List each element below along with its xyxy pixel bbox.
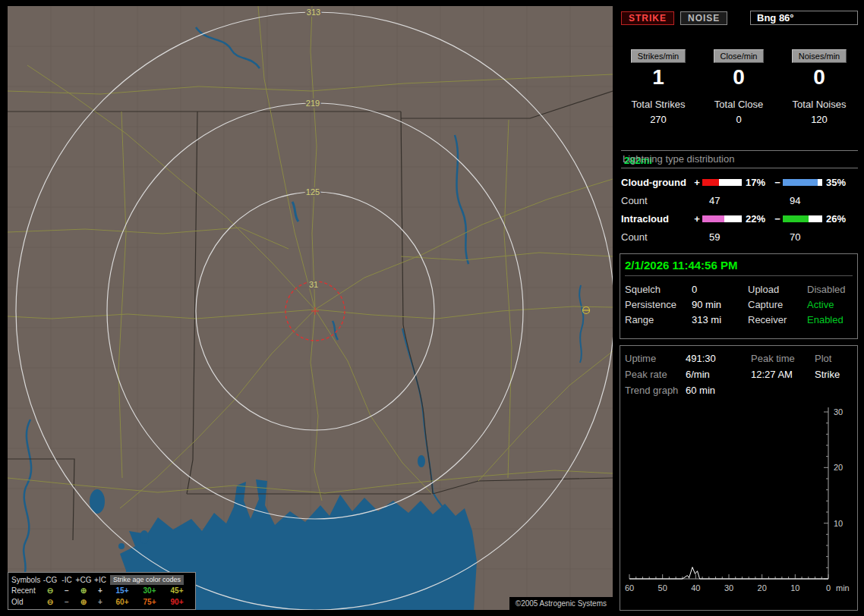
- strikes-per-min-value: 1: [652, 65, 664, 90]
- receiver-label: Receiver: [748, 314, 807, 325]
- range-ring-label-313: 313: [307, 8, 320, 17]
- range-value: 313 mi: [692, 314, 748, 325]
- cg-negative-bar: [783, 179, 822, 186]
- ic-count-label: Count: [621, 231, 692, 243]
- age-code-30: 30+: [136, 586, 163, 595]
- svg-text:10: 10: [790, 583, 799, 592]
- age-code-45: 45+: [163, 586, 191, 595]
- cloud-ground-label: Cloud-ground: [621, 177, 692, 188]
- cloud-ground-row: Cloud-ground + 17% − 35%: [621, 173, 858, 191]
- strike-mode-button[interactable]: STRIKE: [621, 11, 674, 25]
- status-row: Range 313 mi Receiver Enabled: [625, 312, 853, 327]
- datetime-display: 2/1/2026 11:44:56 PM: [625, 259, 853, 276]
- total-noises-label: Total Noises: [793, 99, 847, 110]
- legend-recent-label: Recent: [11, 586, 42, 595]
- svg-text:10: 10: [834, 519, 843, 528]
- display-mode-controls: STRIKE NOISE Bng 86° 282mi: [621, 11, 858, 25]
- legend-header-row: Symbols -CG -IC +CG +IC Strike age color…: [11, 574, 192, 585]
- total-close: Total Close 0: [714, 99, 763, 125]
- peak-rate-label: Peak rate: [625, 369, 686, 380]
- ic-negative-bar-fill: [783, 215, 809, 222]
- legend-old-row: Old ⊖ − ⊕ + 60+ 75+ 90+: [11, 597, 192, 608]
- old-pos-cg-icon: ⊕: [75, 598, 92, 606]
- upload-label: Upload: [748, 284, 807, 295]
- intracloud-label: Intracloud: [621, 213, 692, 225]
- recent-neg-cg-icon: ⊖: [42, 586, 58, 595]
- age-code-60: 60+: [109, 598, 136, 606]
- rate-headers: Strikes/min Close/min Noises/min: [618, 49, 859, 63]
- legend-col-pos-cg: +CG: [75, 576, 92, 584]
- total-noises-value: 120: [811, 114, 828, 125]
- copyright-text: ©2005 Astrogenic Systems: [509, 597, 613, 610]
- status-panel: STRIKE NOISE Bng 86° 282mi Strikes/min C…: [618, 6, 859, 611]
- svg-text:50: 50: [658, 583, 667, 592]
- stats-row: Trend graph 60 min: [625, 382, 853, 398]
- trend-graph: 3020106050403020100min: [625, 404, 853, 598]
- bearing-readout: Bng 86° 282mi: [750, 11, 858, 25]
- lightning-distribution: Lightning type distribution Cloud-ground…: [621, 150, 858, 246]
- noise-mode-button[interactable]: NOISE: [680, 11, 727, 25]
- persistence-label: Persistence: [625, 299, 692, 310]
- ic-positive-count: 59: [702, 231, 742, 243]
- uptime-label: Uptime: [625, 353, 686, 364]
- cg-positive-count: 47: [702, 195, 742, 206]
- squelch-label: Squelch: [625, 284, 692, 295]
- cloud-ground-count-row: Count 47 94: [621, 191, 858, 209]
- ic-negative-bar: [783, 215, 822, 222]
- cg-negative-pct: 35%: [822, 177, 853, 188]
- cg-negative-count: 94: [783, 195, 822, 206]
- trend-graph-svg: 3020106050403020100min: [625, 404, 853, 596]
- plus-sign: +: [692, 177, 702, 188]
- recent-neg-ic-icon: −: [58, 586, 75, 595]
- stats-row: Uptime 491:30 Peak time Plot: [625, 350, 853, 366]
- legend-old-label: Old: [11, 598, 42, 606]
- svg-text:min: min: [836, 583, 850, 592]
- ic-positive-pct: 22%: [742, 213, 772, 225]
- peak-rate-value: 6/min: [686, 369, 751, 380]
- peak-time-value: 12:27 AM: [751, 369, 815, 380]
- svg-text:60: 60: [625, 583, 634, 592]
- old-pos-ic-icon: +: [92, 598, 109, 606]
- minus-sign: −: [772, 177, 783, 188]
- receiver-value: Enabled: [807, 314, 853, 325]
- intracloud-count-row: Count 59 70: [621, 228, 858, 246]
- lightning-map-display[interactable]: 313 219 125 31 Symbols -CG -IC +CG +IC S…: [8, 6, 613, 610]
- capture-label: Capture: [748, 299, 807, 310]
- total-strikes-value: 270: [650, 114, 667, 125]
- ic-negative-count: 70: [783, 231, 822, 243]
- upload-value: Disabled: [807, 284, 853, 295]
- total-strikes-label: Total Strikes: [632, 99, 686, 110]
- legend-age-header: Strike age color codes: [110, 575, 184, 585]
- intracloud-row: Intracloud + 22% − 26%: [621, 209, 858, 228]
- strike-symbol: [583, 307, 590, 314]
- legend-col-neg-cg: -CG: [42, 576, 58, 584]
- ic-positive-bar: [702, 215, 742, 222]
- legend-col-pos-ic: +IC: [92, 576, 109, 584]
- range-label: Range: [625, 314, 692, 325]
- range-ring-label-219: 219: [306, 99, 320, 108]
- cg-positive-pct: 17%: [742, 177, 772, 188]
- cg-count-label: Count: [621, 195, 692, 206]
- svg-text:0: 0: [826, 583, 831, 592]
- age-code-15: 15+: [109, 586, 136, 595]
- total-strikes: Total Strikes 270: [632, 99, 686, 125]
- ic-negative-pct: 26%: [822, 213, 853, 225]
- nexstorm-screen: 313 219 125 31 Symbols -CG -IC +CG +IC S…: [0, 0, 864, 616]
- range-ring-label-31: 31: [309, 280, 318, 289]
- noises-per-min-value: 0: [813, 65, 825, 90]
- status-row: Persistence 90 min Capture Active: [625, 297, 853, 312]
- distribution-header: Lightning type distribution: [621, 150, 858, 168]
- old-neg-ic-icon: −: [58, 598, 75, 606]
- old-neg-cg-icon: ⊖: [42, 598, 58, 606]
- system-status-box: 2/1/2026 11:44:56 PM Squelch 0 Upload Di…: [620, 253, 858, 339]
- range-ring-label-125: 125: [306, 187, 320, 196]
- totals: Total Strikes 270 Total Close 0 Total No…: [618, 99, 859, 125]
- noises-per-min-header: Noises/min: [792, 49, 847, 63]
- recent-pos-cg-icon: ⊕: [75, 586, 92, 595]
- age-code-90: 90+: [163, 598, 191, 606]
- trend-graph-label: Trend graph: [625, 385, 686, 396]
- svg-text:20: 20: [758, 583, 767, 592]
- capture-value: Active: [807, 299, 853, 310]
- persistence-value: 90 min: [692, 299, 748, 310]
- close-per-min-value: 0: [733, 65, 745, 90]
